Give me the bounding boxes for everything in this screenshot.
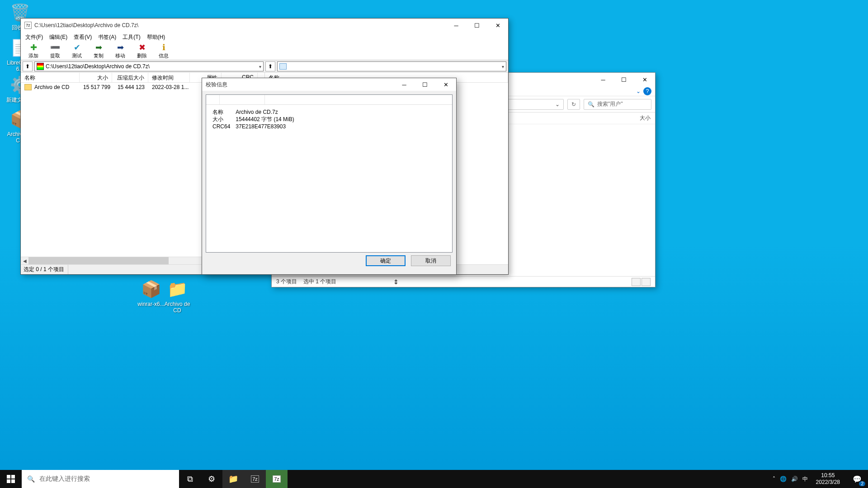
explorer-col-size[interactable]: 大小 [635, 113, 655, 124]
taskbar-settings[interactable]: ⚙ [201, 470, 222, 488]
taskbar-explorer[interactable]: 📁 [222, 470, 244, 488]
explorer-minimize-button[interactable]: ─ [593, 73, 613, 86]
taskbar-search-placeholder: 在此键入进行搜索 [39, 475, 90, 483]
col-name[interactable]: 名称 [21, 73, 80, 82]
windows-logo-icon [7, 475, 15, 483]
menu-file[interactable]: 文件(F) [23, 33, 46, 42]
explorer-close-button[interactable]: ✕ [634, 73, 655, 86]
label-size: 大小 [210, 116, 233, 123]
toolbar-copy-button[interactable]: ➡ 复制 [88, 43, 109, 59]
explorer-view-details-button[interactable] [632, 278, 641, 286]
desktop-icon-archivo-folder[interactable]: 📁 Archivo de CD [160, 278, 194, 314]
folder-icon: 📁 [228, 474, 238, 484]
explorer-help-icon[interactable]: ? [643, 87, 651, 95]
archive-icon [37, 63, 44, 70]
dialog-titlebar[interactable]: 校验信息 ─ ☐ ✕ [202, 78, 456, 91]
col-modified[interactable]: 修改时间 [148, 73, 190, 82]
dialog-cancel-button[interactable]: 取消 [411, 255, 451, 266]
archivo-folder-label: Archivo de CD [160, 301, 194, 314]
sevenzip-maximize-button[interactable]: ☐ [467, 19, 487, 32]
winrar-icon: 📦 [140, 278, 162, 300]
tray-volume-icon[interactable]: 🔊 [791, 476, 798, 482]
col-packed[interactable]: 压缩后大小 [112, 73, 148, 82]
copy-icon: ➡ [88, 43, 109, 52]
explorer-item-count: 3 个项目 [276, 278, 297, 286]
explorer-refresh-button[interactable]: ↻ [567, 99, 580, 110]
dialog-minimize-button[interactable]: ─ [394, 78, 415, 91]
scroll-left-icon[interactable]: ◀ [21, 257, 28, 265]
explorer-selection-count: 选中 1 个项目 [303, 278, 336, 286]
scrollbar-thumb[interactable] [28, 257, 169, 265]
sevenzip-icon: 7z [273, 475, 281, 483]
menu-tools[interactable]: 工具(T) [120, 33, 143, 42]
move-icon: ➡ [109, 43, 131, 52]
tray-chevron-icon[interactable]: ˄ [773, 476, 775, 482]
menu-help[interactable]: 帮助(H) [144, 33, 168, 42]
toolbar-extract-button[interactable]: ➖ 提取 [44, 43, 66, 59]
taskbar-7zip-2[interactable]: 7z [266, 470, 288, 488]
sevenzip-up-button[interactable]: ⬆ [23, 61, 33, 71]
sevenzip-minimize-button[interactable]: ─ [446, 19, 467, 32]
sevenzip-close-button[interactable]: ✕ [487, 19, 508, 32]
sevenzip-icon: 7z [251, 475, 259, 483]
test-icon: ✔ [66, 43, 88, 52]
toolbar-move-button[interactable]: ➡ 移动 [109, 43, 131, 59]
explorer-view-large-button[interactable] [642, 278, 651, 286]
value-size: 15444402 字节 (14 MiB) [233, 116, 297, 123]
dialog-list[interactable]: 名称 Archivo de CD.7z 大小 15444402 字节 (14 M… [206, 94, 453, 253]
sevenzip-pathbar: ⬆ C:\Users\12tiao\Desktop\Archivo de CD.… [21, 60, 508, 73]
explorer-statusbar: 3 个项目 选中 1 个项目 [272, 276, 655, 287]
sevenzip-menubar: 文件(F) 编辑(E) 查看(V) 书签(A) 工具(T) 帮助(H) [21, 32, 508, 42]
checksum-dialog[interactable]: 校验信息 ─ ☐ ✕ 名称 Archivo de CD.7z 大小 [202, 78, 457, 275]
toolbar-test-button[interactable]: ✔ 测试 [66, 43, 88, 59]
dialog-ok-button[interactable]: 确定 [366, 255, 406, 266]
folder-icon: 📁 [166, 278, 188, 300]
tray-network-icon[interactable]: 🌐 [780, 476, 787, 482]
task-view-button[interactable]: ⧉ [179, 470, 201, 488]
sevenzip-path-combo-right[interactable]: ▾ [277, 61, 506, 71]
clock-time: 10:55 [816, 472, 840, 479]
taskbar: 🔍 在此键入进行搜索 ⧉ ⚙ 📁 7z 7z ˄ 🌐 🔊 中 10:55 202… [0, 470, 868, 488]
sevenzip-toolbar: ✚ 添加 ➖ 提取 ✔ 测试 ➡ 复制 ➡ 移动 ✖ 删除 ℹ 信息 [21, 42, 508, 60]
checksum-table: 名称 Archivo de CD.7z 大小 15444402 字节 (14 M… [210, 108, 297, 130]
extract-icon: ➖ [44, 43, 66, 52]
explorer-maximize-button[interactable]: ☐ [613, 73, 634, 86]
value-name: Archivo de CD.7z [233, 108, 297, 116]
action-center-button[interactable]: 💬 2 [846, 470, 868, 488]
sevenzip-app-icon: 7z [24, 22, 32, 29]
notification-badge: 2 [859, 481, 865, 486]
explorer-search-box[interactable]: 🔍 搜索"用户" [584, 99, 651, 110]
menu-bookmarks[interactable]: 书签(A) [95, 33, 119, 42]
chevron-down-icon[interactable]: ▾ [259, 64, 261, 69]
sevenzip-title: C:\Users\12tiao\Desktop\Archivo de CD.7z… [34, 22, 138, 28]
explorer-expand-ribbon-icon[interactable]: ⌄ [636, 88, 641, 94]
taskbar-clock[interactable]: 10:55 2022/3/28 [812, 472, 844, 486]
col-size[interactable]: 大小 [80, 73, 112, 82]
search-icon: 🔍 [27, 475, 35, 483]
dialog-close-button[interactable]: ✕ [435, 78, 456, 91]
sevenzip-up-button-right[interactable]: ⬆ [265, 61, 275, 71]
delete-icon: ✖ [131, 43, 153, 52]
start-button[interactable] [0, 470, 22, 488]
dialog-maximize-button[interactable]: ☐ [415, 78, 435, 91]
chevron-down-icon[interactable]: ⌄ [555, 101, 560, 108]
toolbar-add-button[interactable]: ✚ 添加 [23, 43, 44, 59]
folder-icon [24, 84, 32, 90]
gear-icon: ⚙ [208, 474, 215, 484]
menu-edit[interactable]: 编辑(E) [47, 33, 70, 42]
info-icon: ℹ [153, 43, 175, 52]
sevenzip-path-combo[interactable]: C:\Users\12tiao\Desktop\Archivo de CD.7z… [34, 61, 264, 71]
toolbar-info-button[interactable]: ℹ 信息 [153, 43, 175, 59]
tray-ime-indicator[interactable]: 中 [802, 475, 808, 483]
dialog-list-header [206, 95, 452, 105]
value-crc64: 37E218E477E83903 [233, 123, 297, 130]
menu-view[interactable]: 查看(V) [71, 33, 94, 42]
search-icon: 🔍 [588, 101, 594, 108]
chevron-down-icon[interactable]: ▾ [502, 64, 504, 69]
sevenzip-titlebar[interactable]: 7z C:\Users\12tiao\Desktop\Archivo de CD… [21, 19, 508, 32]
toolbar-delete-button[interactable]: ✖ 删除 [131, 43, 153, 59]
label-crc64: CRC64 [210, 123, 233, 130]
taskbar-search[interactable]: 🔍 在此键入进行搜索 [22, 470, 179, 488]
taskbar-7zip-1[interactable]: 7z [244, 470, 266, 488]
sevenzip-status-text: 选定 0 / 1 个项目 [24, 266, 64, 273]
